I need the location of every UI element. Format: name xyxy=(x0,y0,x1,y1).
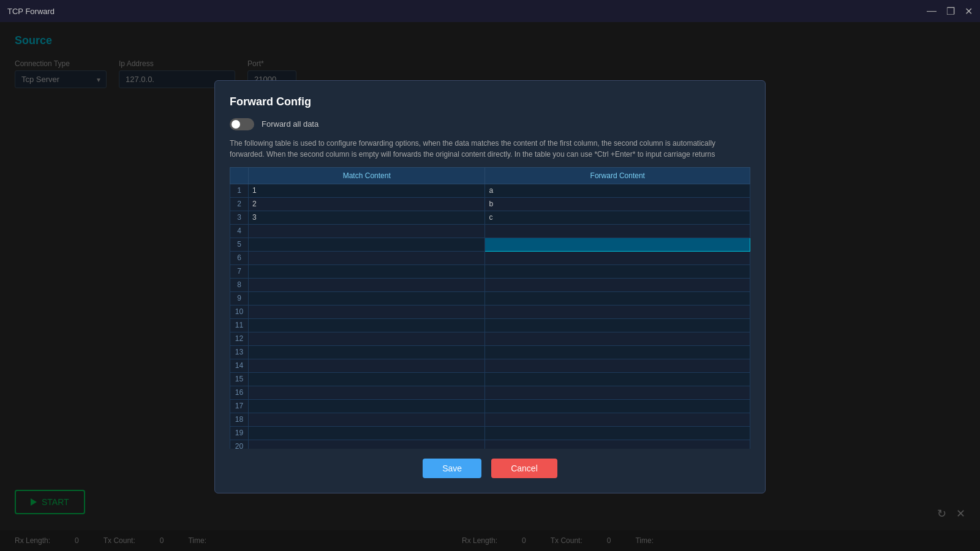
match-content-cell[interactable] xyxy=(249,238,485,251)
table-row[interactable]: 18 xyxy=(230,413,750,426)
maximize-button[interactable]: ❐ xyxy=(946,6,955,17)
forward-content-cell[interactable] xyxy=(485,278,750,291)
match-content-cell[interactable] xyxy=(249,372,485,386)
row-number: 8 xyxy=(230,278,249,291)
forward-content-cell[interactable] xyxy=(485,291,750,305)
forward-content-cell[interactable] xyxy=(485,440,750,449)
forward-content-cell[interactable]: b xyxy=(485,197,750,211)
close-button[interactable]: ✕ xyxy=(965,6,973,17)
row-number: 11 xyxy=(230,318,249,332)
match-content-cell[interactable]: 3 xyxy=(249,211,485,224)
row-number: 10 xyxy=(230,305,249,318)
table-row[interactable]: 15 xyxy=(230,372,750,386)
table-row[interactable]: 5 xyxy=(230,238,750,251)
forward-content-cell[interactable] xyxy=(485,251,750,264)
row-number: 14 xyxy=(230,359,249,372)
modal-description: The following table is used to configure… xyxy=(230,138,750,160)
table-row[interactable]: 14 xyxy=(230,359,750,372)
match-content-cell[interactable]: 2 xyxy=(249,197,485,211)
forward-all-toggle[interactable] xyxy=(230,118,254,130)
forward-content-cell[interactable] xyxy=(485,386,750,399)
match-content-cell[interactable]: 1 xyxy=(249,184,485,197)
table-row[interactable]: 19 xyxy=(230,426,750,440)
col-header-forward: Forward Content xyxy=(485,167,750,184)
match-content-cell[interactable] xyxy=(249,345,485,359)
row-number: 3 xyxy=(230,211,249,224)
row-number: 16 xyxy=(230,386,249,399)
table-row[interactable]: 6 xyxy=(230,251,750,264)
row-number: 12 xyxy=(230,332,249,345)
row-number: 1 xyxy=(230,184,249,197)
forward-content-cell[interactable]: c xyxy=(485,211,750,224)
col-header-num xyxy=(230,167,249,184)
match-content-cell[interactable] xyxy=(249,305,485,318)
config-table-wrapper[interactable]: Match Content Forward Content 11a22b33c4… xyxy=(230,167,750,449)
forward-content-cell[interactable] xyxy=(485,426,750,440)
table-row[interactable]: 12 xyxy=(230,332,750,345)
minimize-button[interactable]: — xyxy=(927,6,937,17)
forward-content-cell[interactable]: a xyxy=(485,184,750,197)
match-content-cell[interactable] xyxy=(249,332,485,345)
table-row[interactable]: 9 xyxy=(230,291,750,305)
match-content-cell[interactable] xyxy=(249,359,485,372)
forward-content-cell[interactable] xyxy=(485,264,750,278)
table-row[interactable]: 13 xyxy=(230,345,750,359)
modal-overlay: Forward Config Forward all data The foll… xyxy=(0,22,980,551)
table-row[interactable]: 22b xyxy=(230,197,750,211)
main-area: Source Connection Type Tcp Server Ip Add… xyxy=(0,22,980,551)
forward-content-cell[interactable] xyxy=(485,305,750,318)
row-number: 4 xyxy=(230,224,249,238)
window-title: TCP Forward xyxy=(7,7,55,16)
title-bar: TCP Forward — ❐ ✕ xyxy=(0,0,980,22)
forward-config-modal: Forward Config Forward all data The foll… xyxy=(214,80,766,493)
table-row[interactable]: 17 xyxy=(230,399,750,413)
match-content-cell[interactable] xyxy=(249,399,485,413)
forward-content-cell[interactable] xyxy=(485,413,750,426)
row-number: 9 xyxy=(230,291,249,305)
forward-content-cell[interactable] xyxy=(485,238,750,251)
table-row[interactable]: 11a xyxy=(230,184,750,197)
table-row[interactable]: 8 xyxy=(230,278,750,291)
table-row[interactable]: 11 xyxy=(230,318,750,332)
row-number: 5 xyxy=(230,238,249,251)
modal-buttons: Save Cancel xyxy=(230,459,750,478)
forward-content-cell[interactable] xyxy=(485,345,750,359)
match-content-cell[interactable] xyxy=(249,386,485,399)
row-number: 6 xyxy=(230,251,249,264)
forward-all-label: Forward all data xyxy=(262,119,318,129)
table-row[interactable]: 10 xyxy=(230,305,750,318)
row-number: 7 xyxy=(230,264,249,278)
forward-content-cell[interactable] xyxy=(485,332,750,345)
match-content-cell[interactable] xyxy=(249,440,485,449)
match-content-cell[interactable] xyxy=(249,251,485,264)
table-row[interactable]: 20 xyxy=(230,440,750,449)
forward-content-cell[interactable] xyxy=(485,399,750,413)
row-number: 13 xyxy=(230,345,249,359)
forward-content-cell[interactable] xyxy=(485,318,750,332)
cancel-button[interactable]: Cancel xyxy=(491,459,557,478)
save-button[interactable]: Save xyxy=(423,459,481,478)
modal-title: Forward Config xyxy=(230,96,750,108)
table-row[interactable]: 16 xyxy=(230,386,750,399)
table-row[interactable]: 4 xyxy=(230,224,750,238)
table-row[interactable]: 33c xyxy=(230,211,750,224)
row-number: 20 xyxy=(230,440,249,449)
row-number: 15 xyxy=(230,372,249,386)
table-row[interactable]: 7 xyxy=(230,264,750,278)
row-number: 17 xyxy=(230,399,249,413)
match-content-cell[interactable] xyxy=(249,413,485,426)
row-number: 19 xyxy=(230,426,249,440)
forward-content-cell[interactable] xyxy=(485,359,750,372)
col-header-match: Match Content xyxy=(249,167,485,184)
row-number: 2 xyxy=(230,197,249,211)
match-content-cell[interactable] xyxy=(249,291,485,305)
forward-content-cell[interactable] xyxy=(485,224,750,238)
forward-all-toggle-row: Forward all data xyxy=(230,118,750,130)
match-content-cell[interactable] xyxy=(249,426,485,440)
match-content-cell[interactable] xyxy=(249,318,485,332)
match-content-cell[interactable] xyxy=(249,264,485,278)
row-number: 18 xyxy=(230,413,249,426)
match-content-cell[interactable] xyxy=(249,278,485,291)
forward-content-cell[interactable] xyxy=(485,372,750,386)
match-content-cell[interactable] xyxy=(249,224,485,238)
